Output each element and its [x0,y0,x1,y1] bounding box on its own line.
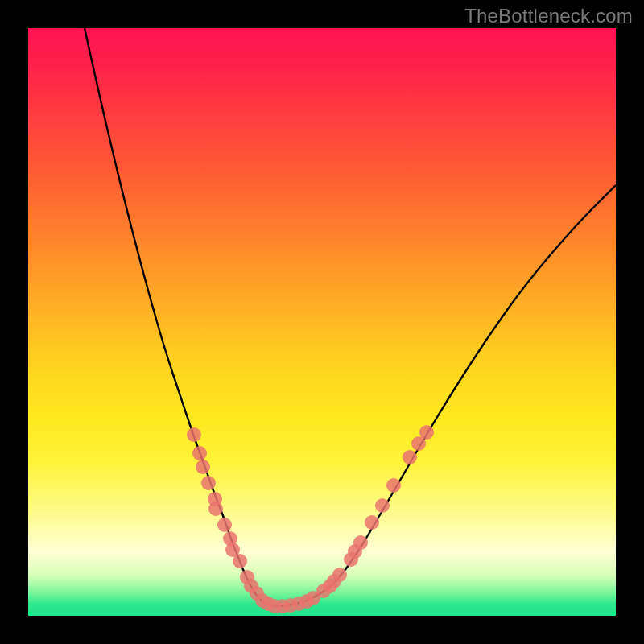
data-dot [375,498,390,513]
data-dot [201,476,216,490]
chart-svg [28,28,616,616]
bottleneck-curve [85,28,616,606]
data-dot [217,518,232,532]
outer-frame: TheBottleneck.com [0,0,644,644]
data-dot [208,502,223,516]
data-dot [233,554,247,568]
data-dot [332,568,347,582]
data-dot [196,460,210,474]
data-dot [365,515,379,530]
data-dot [419,425,434,440]
watermark-text: TheBottleneck.com [464,5,633,27]
data-dot [353,535,368,550]
data-dot [402,450,417,464]
data-dot [386,478,401,493]
plot-area [28,28,616,616]
data-dot [192,446,207,460]
data-dots [187,425,434,613]
data-dot [187,427,201,442]
